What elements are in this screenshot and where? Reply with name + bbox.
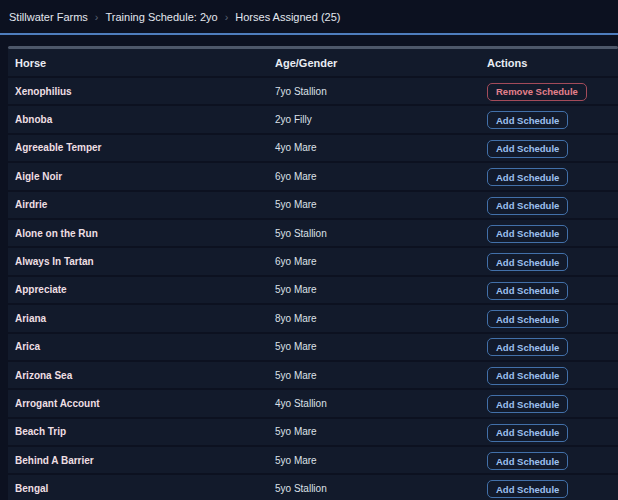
breadcrumb-item-stillwater-farms[interactable]: Stillwater Farms bbox=[9, 11, 88, 23]
horses-table: Horse Age/Gender Actions Xenophilius 7yo… bbox=[8, 49, 618, 500]
row-actions-cell: Add Schedule bbox=[487, 223, 618, 243]
horse-name: Appreciate bbox=[15, 284, 275, 295]
table-body: Xenophilius 7yo Stallion Remove Schedule… bbox=[8, 76, 618, 500]
add-schedule-button[interactable]: Add Schedule bbox=[487, 197, 568, 215]
horse-name: Behind A Barrier bbox=[15, 455, 275, 466]
horse-name: Airdrie bbox=[15, 199, 275, 210]
table-row: Behind A Barrier 5yo Mare Add Schedule bbox=[8, 445, 618, 473]
row-actions-cell: Add Schedule bbox=[487, 110, 618, 130]
age-gender-value: 7yo Stallion bbox=[275, 86, 487, 97]
age-gender-value: 2yo Filly bbox=[275, 114, 487, 125]
age-gender-value: 5yo Mare bbox=[275, 284, 487, 295]
table-row: Beach Trip 5yo Mare Add Schedule bbox=[8, 417, 618, 445]
table-row: Appreciate 5yo Mare Add Schedule bbox=[8, 275, 618, 303]
age-gender-value: 5yo Mare bbox=[275, 199, 487, 210]
horse-name: Arizona Sea bbox=[15, 370, 275, 381]
table-row: Agreeable Temper 4yo Mare Add Schedule bbox=[8, 133, 618, 161]
add-schedule-button[interactable]: Add Schedule bbox=[487, 424, 568, 442]
add-schedule-button[interactable]: Add Schedule bbox=[487, 452, 568, 470]
add-schedule-button[interactable]: Add Schedule bbox=[487, 480, 568, 498]
table-header-row: Horse Age/Gender Actions bbox=[8, 49, 618, 76]
row-actions-cell: Add Schedule bbox=[487, 479, 618, 499]
horse-name: Agreeable Temper bbox=[15, 142, 275, 153]
breadcrumb: Stillwater Farms › Training Schedule: 2y… bbox=[0, 0, 618, 33]
add-schedule-button[interactable]: Add Schedule bbox=[487, 253, 568, 271]
row-actions-cell: Add Schedule bbox=[487, 365, 618, 385]
breadcrumb-item-training-schedule[interactable]: Training Schedule: 2yo bbox=[106, 11, 218, 23]
age-gender-value: 4yo Mare bbox=[275, 142, 487, 153]
column-header-age-gender: Age/Gender bbox=[275, 57, 487, 69]
row-actions-cell: Remove Schedule bbox=[487, 81, 618, 101]
breadcrumb-item-horses-assigned: Horses Assigned (25) bbox=[235, 11, 340, 23]
horse-name: Arrogant Account bbox=[15, 398, 275, 409]
row-actions-cell: Add Schedule bbox=[487, 252, 618, 272]
table-row: Arrogant Account 4yo Stallion Add Schedu… bbox=[8, 388, 618, 416]
add-schedule-button[interactable]: Add Schedule bbox=[487, 168, 568, 186]
age-gender-value: 5yo Mare bbox=[275, 455, 487, 466]
row-actions-cell: Add Schedule bbox=[487, 195, 618, 215]
row-actions-cell: Add Schedule bbox=[487, 337, 618, 357]
horse-name: Aigle Noir bbox=[15, 171, 275, 182]
row-actions-cell: Add Schedule bbox=[487, 422, 618, 442]
age-gender-value: 5yo Stallion bbox=[275, 483, 487, 494]
row-actions-cell: Add Schedule bbox=[487, 138, 618, 158]
app-root: Stillwater Farms › Training Schedule: 2y… bbox=[0, 0, 618, 500]
table-row: Ariana 8yo Mare Add Schedule bbox=[8, 303, 618, 331]
age-gender-value: 6yo Mare bbox=[275, 171, 487, 182]
age-gender-value: 5yo Stallion bbox=[275, 228, 487, 239]
add-schedule-button[interactable]: Add Schedule bbox=[487, 282, 568, 300]
horse-name: Beach Trip bbox=[15, 426, 275, 437]
add-schedule-button[interactable]: Add Schedule bbox=[487, 140, 568, 158]
row-actions-cell: Add Schedule bbox=[487, 167, 618, 187]
table-row: Aigle Noir 6yo Mare Add Schedule bbox=[8, 161, 618, 189]
horse-name: Arica bbox=[15, 341, 275, 352]
add-schedule-button[interactable]: Add Schedule bbox=[487, 367, 568, 385]
breadcrumb-chevron-icon: › bbox=[225, 11, 229, 23]
table-row: Airdrie 5yo Mare Add Schedule bbox=[8, 190, 618, 218]
table-row: Arica 5yo Mare Add Schedule bbox=[8, 332, 618, 360]
horse-name: Ariana bbox=[15, 313, 275, 324]
column-header-horse: Horse bbox=[15, 57, 275, 69]
age-gender-value: 5yo Mare bbox=[275, 341, 487, 352]
add-schedule-button[interactable]: Add Schedule bbox=[487, 310, 568, 328]
column-header-actions: Actions bbox=[487, 57, 618, 69]
horse-name: Alone on the Run bbox=[15, 228, 275, 239]
remove-schedule-button[interactable]: Remove Schedule bbox=[487, 83, 587, 101]
table-row: Abnoba 2yo Filly Add Schedule bbox=[8, 104, 618, 132]
age-gender-value: 4yo Stallion bbox=[275, 398, 487, 409]
age-gender-value: 5yo Mare bbox=[275, 370, 487, 381]
row-actions-cell: Add Schedule bbox=[487, 451, 618, 471]
table-row: Xenophilius 7yo Stallion Remove Schedule bbox=[8, 76, 618, 104]
horse-name: Bengal bbox=[15, 483, 275, 494]
add-schedule-button[interactable]: Add Schedule bbox=[487, 395, 568, 413]
add-schedule-button[interactable]: Add Schedule bbox=[487, 225, 568, 243]
breadcrumb-chevron-icon: › bbox=[95, 11, 99, 23]
horse-name: Abnoba bbox=[15, 114, 275, 125]
table-row: Bengal 5yo Stallion Add Schedule bbox=[8, 473, 618, 500]
row-actions-cell: Add Schedule bbox=[487, 309, 618, 329]
horse-name: Xenophilius bbox=[15, 86, 275, 97]
table-row: Always In Tartan 6yo Mare Add Schedule bbox=[8, 246, 618, 274]
age-gender-value: 6yo Mare bbox=[275, 256, 487, 267]
add-schedule-button[interactable]: Add Schedule bbox=[487, 111, 568, 129]
table-row: Arizona Sea 5yo Mare Add Schedule bbox=[8, 360, 618, 388]
age-gender-value: 8yo Mare bbox=[275, 313, 487, 324]
header-accent-divider bbox=[0, 33, 618, 35]
row-actions-cell: Add Schedule bbox=[487, 394, 618, 414]
horse-name: Always In Tartan bbox=[15, 256, 275, 267]
add-schedule-button[interactable]: Add Schedule bbox=[487, 338, 568, 356]
table-row: Alone on the Run 5yo Stallion Add Schedu… bbox=[8, 218, 618, 246]
age-gender-value: 5yo Mare bbox=[275, 426, 487, 437]
row-actions-cell: Add Schedule bbox=[487, 280, 618, 300]
